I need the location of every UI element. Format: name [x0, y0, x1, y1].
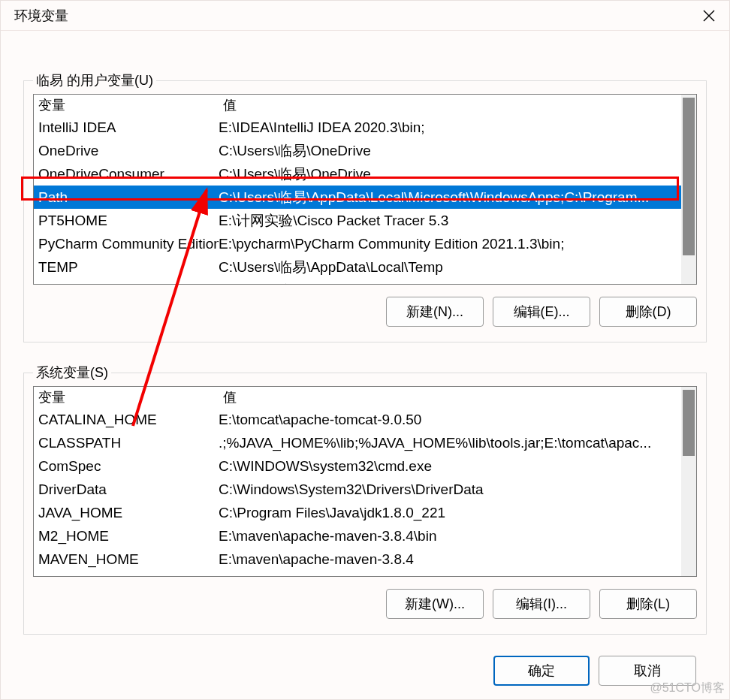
ok-button[interactable]: 确定: [493, 656, 590, 686]
variable-name-cell: PyCharm Community Edition: [34, 232, 219, 255]
variable-name-cell: Path: [34, 186, 219, 209]
list-header: 变量 值: [34, 95, 681, 116]
new-user-var-button[interactable]: 新建(N)...: [386, 297, 484, 327]
variable-name-cell: DriverData: [34, 478, 219, 501]
dialog-title: 环境变量: [14, 7, 68, 25]
variable-name-cell: CATALINA_HOME: [34, 408, 219, 431]
table-row[interactable]: JAVA_HOMEC:\Program Files\Java\jdk1.8.0_…: [34, 501, 681, 524]
variable-name-cell: ComSpec: [34, 454, 219, 478]
column-header-value[interactable]: 值: [219, 387, 681, 408]
table-row[interactable]: TEMPC:\Users\临易\AppData\Local\Temp: [34, 255, 681, 279]
system-variables-group: 系统变量(S) 变量 值 CATALINA_HOMEE:\tomcat\apac…: [23, 364, 707, 635]
variable-value-cell: C:\Windows\System32\Drivers\DriverData: [219, 478, 681, 501]
table-row[interactable]: M2_HOMEE:\maven\apache-maven-3.8.4\bin: [34, 524, 681, 548]
variable-value-cell: E:\计网实验\Cisco Packet Tracer 5.3: [219, 209, 681, 232]
variable-name-cell: IntelliJ IDEA: [34, 116, 219, 139]
user-variables-list[interactable]: 变量 值 IntelliJ IDEAE:\IDEA\IntelliJ IDEA …: [33, 94, 697, 285]
dialog-body: 临易 的用户变量(U) 变量 值 IntelliJ IDEAE:\IDEA\In…: [1, 31, 729, 635]
variable-value-cell: C:\Program Files\Java\jdk1.8.0_221: [219, 501, 681, 524]
variable-value-cell: E:\maven\apache-maven-3.8.4: [219, 548, 681, 571]
variable-name-cell: CLASSPATH: [34, 431, 219, 454]
env-variables-dialog: 环境变量 临易 的用户变量(U) 变量 值 IntelliJ IDEAE:\ID…: [0, 0, 730, 700]
titlebar: 环境变量: [1, 1, 729, 31]
variable-name-cell: OneDriveConsumer: [34, 162, 219, 186]
user-variables-group: 临易 的用户变量(U) 变量 值 IntelliJ IDEAE:\IDEA\In…: [23, 71, 707, 342]
table-row[interactable]: OneDriveC:\Users\临易\OneDrive: [34, 139, 681, 162]
variable-value-cell: E:\SQLnew\MySQL Server 5.7\bin: [219, 571, 681, 576]
column-header-variable[interactable]: 变量: [34, 387, 219, 408]
new-system-var-button[interactable]: 新建(W)...: [386, 589, 484, 619]
column-header-value[interactable]: 值: [219, 95, 681, 116]
variable-value-cell: C:\Users\临易\AppData\Local\Temp: [219, 255, 681, 279]
variable-name-cell: MAVEN_HOME: [34, 548, 219, 571]
variable-name-cell: M2_HOME: [34, 524, 219, 548]
table-row[interactable]: PyCharm Community EditionE:\pycharm\PyCh…: [34, 232, 681, 255]
variable-name-cell: JAVA_HOME: [34, 501, 219, 524]
close-icon[interactable]: [701, 8, 717, 24]
table-row[interactable]: ComSpecC:\WINDOWS\system32\cmd.exe: [34, 454, 681, 478]
delete-user-var-button[interactable]: 删除(D): [599, 297, 697, 327]
scrollbar[interactable]: [681, 95, 696, 284]
variable-value-cell: C:\WINDOWS\system32\cmd.exe: [219, 454, 681, 478]
table-row[interactable]: PT5HOMEE:\计网实验\Cisco Packet Tracer 5.3: [34, 209, 681, 232]
variable-name-cell: TEMP: [34, 255, 219, 279]
table-row[interactable]: MYSQL_HOMEE:\SQLnew\MySQL Server 5.7\bin: [34, 571, 681, 576]
table-row[interactable]: DriverDataC:\Windows\System32\Drivers\Dr…: [34, 478, 681, 501]
edit-system-var-button[interactable]: 编辑(I)...: [493, 589, 590, 619]
watermark-text: @51CTO博客: [650, 680, 725, 696]
scrollbar-thumb[interactable]: [683, 98, 695, 255]
variable-value-cell: C:\Users\临易\AppData\Local\Microsoft\Wind…: [219, 186, 681, 209]
table-row[interactable]: IntelliJ IDEAE:\IDEA\IntelliJ IDEA 2020.…: [34, 116, 681, 139]
variable-value-cell: C:\Users\临易\OneDrive: [219, 139, 681, 162]
system-group-legend: 系统变量(S): [33, 364, 111, 382]
table-row[interactable]: PathC:\Users\临易\AppData\Local\Microsoft\…: [34, 186, 681, 209]
table-row[interactable]: CATALINA_HOMEE:\tomcat\apache-tomcat-9.0…: [34, 408, 681, 431]
variable-value-cell: C:\Users\临易\OneDrive: [219, 162, 681, 186]
dialog-footer: 确定 取消: [1, 635, 729, 686]
edit-user-var-button[interactable]: 编辑(E)...: [493, 297, 590, 327]
table-row[interactable]: OneDriveConsumerC:\Users\临易\OneDrive: [34, 162, 681, 186]
list-header: 变量 值: [34, 387, 681, 408]
table-row[interactable]: MAVEN_HOMEE:\maven\apache-maven-3.8.4: [34, 548, 681, 571]
variable-name-cell: PT5HOME: [34, 209, 219, 232]
table-row[interactable]: TMPC:\Users\临易\AppData\Local\Temp: [34, 279, 681, 284]
system-buttons-row: 新建(W)... 编辑(I)... 删除(L): [33, 589, 697, 619]
table-row[interactable]: CLASSPATH.;%JAVA_HOME%\lib;%JAVA_HOME%\l…: [34, 431, 681, 454]
variable-name-cell: TMP: [34, 279, 219, 284]
variable-name-cell: OneDrive: [34, 139, 219, 162]
user-group-legend: 临易 的用户变量(U): [33, 71, 156, 89]
system-variables-list[interactable]: 变量 值 CATALINA_HOMEE:\tomcat\apache-tomca…: [33, 386, 697, 577]
variable-name-cell: MYSQL_HOME: [34, 571, 219, 576]
user-buttons-row: 新建(N)... 编辑(E)... 删除(D): [33, 297, 697, 327]
variable-value-cell: E:\IDEA\IntelliJ IDEA 2020.3\bin;: [219, 116, 681, 139]
column-header-variable[interactable]: 变量: [34, 95, 219, 116]
variable-value-cell: .;%JAVA_HOME%\lib;%JAVA_HOME%\lib\tools.…: [219, 431, 681, 454]
scrollbar[interactable]: [681, 387, 696, 576]
variable-value-cell: E:\maven\apache-maven-3.8.4\bin: [219, 524, 681, 548]
variable-value-cell: E:\pycharm\PyCharm Community Edition 202…: [219, 232, 681, 255]
variable-value-cell: C:\Users\临易\AppData\Local\Temp: [219, 279, 681, 284]
variable-value-cell: E:\tomcat\apache-tomcat-9.0.50: [219, 408, 681, 431]
scrollbar-thumb[interactable]: [683, 390, 695, 456]
delete-system-var-button[interactable]: 删除(L): [599, 589, 697, 619]
